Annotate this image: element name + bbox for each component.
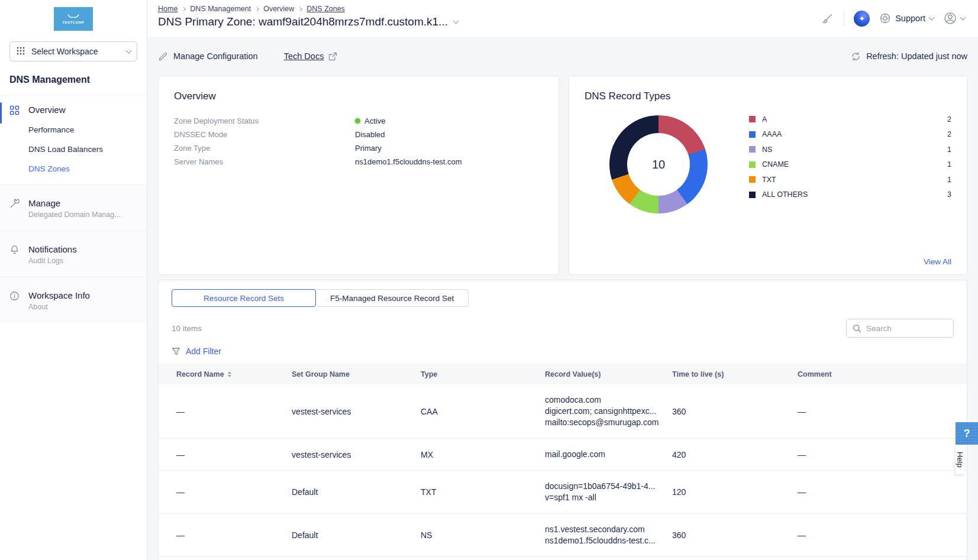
chart-title: DNS Record Types — [585, 90, 951, 102]
sidebar-section-manage: Manage Delegated Domain Manag... — [0, 184, 147, 231]
sidebar-item-subtitle[interactable]: Audit Logs — [28, 257, 77, 265]
cell-ttl: 360 — [672, 407, 798, 416]
sidebar-item-workspace-info[interactable]: Workspace Info About — [0, 284, 147, 316]
wings-icon — [67, 14, 79, 20]
column-record-name[interactable]: Record Name — [176, 370, 224, 378]
refresh-button[interactable]: Refresh: Updated just now — [851, 51, 967, 61]
sidebar-section-notifications: Notifications Audit Logs — [0, 231, 147, 277]
tab-f5-managed-resource-record-set[interactable]: F5-Managed Resource Record Set — [316, 289, 469, 307]
legend-item[interactable]: ALL OTHERS3 — [749, 187, 951, 203]
table-row[interactable]: —DefaultAAAA4444:4444...360— — [159, 557, 967, 560]
manage-configuration-button[interactable]: Manage Configuration — [158, 51, 258, 61]
cell-comment: — — [798, 407, 967, 416]
main-content: Manage Configuration Tech Docs Refresh: … — [147, 37, 978, 560]
status-active-dot — [355, 118, 360, 124]
kv-label: Zone Type — [174, 144, 355, 153]
search-box[interactable] — [846, 319, 954, 338]
legend-item[interactable]: NS1 — [749, 142, 951, 157]
tab-resource-record-sets[interactable]: Resource Record Sets — [172, 289, 316, 307]
legend-label: A — [762, 115, 767, 124]
items-count: 10 items — [172, 324, 202, 333]
tech-docs-link[interactable]: Tech Docs — [284, 51, 324, 61]
workspace-selector-label: Select Workspace — [31, 47, 98, 56]
theme-brush-icon[interactable] — [821, 12, 834, 25]
breadcrumb-overview[interactable]: Overview — [263, 5, 294, 13]
sidebar-section-overview: Overview Performance DNS Load Balancers … — [0, 95, 147, 184]
breadcrumb-dns-zones[interactable]: DNS Zones — [306, 5, 345, 13]
record-set-tabs: Resource Record Sets F5-Managed Resource… — [172, 289, 967, 307]
breadcrumb-home[interactable]: Home — [158, 5, 177, 13]
help-tab[interactable]: Help — [956, 445, 964, 474]
legend-swatch — [749, 146, 756, 153]
sidebar-item-overview[interactable]: Overview — [0, 99, 147, 120]
wrench-icon — [9, 199, 20, 209]
sidebar: TESTCORP Select Workspace DNS Management… — [0, 0, 147, 560]
legend-count: 1 — [947, 160, 951, 169]
info-icon — [9, 291, 20, 301]
kv-label: Zone Deployment Status — [174, 116, 355, 125]
support-menu[interactable]: Support — [879, 12, 934, 24]
cell-type: CAA — [421, 407, 545, 416]
legend-label: NS — [762, 145, 772, 154]
table-row[interactable]: —DefaultTXTdocusign=1b0a6754-49b1-4...v=… — [159, 471, 967, 514]
sort-icon[interactable] — [228, 371, 231, 377]
table-row[interactable]: —vestest-servicesCAAcomodoca.comdigicert… — [159, 384, 967, 439]
kv-value: Active — [364, 116, 385, 125]
column-type: Type — [421, 370, 545, 378]
grid-dots-icon — [16, 46, 25, 57]
manage-configuration-label: Manage Configuration — [173, 51, 258, 61]
top-bar: Home DNS Management Overview DNS Zones D… — [147, 0, 978, 37]
kv-value: Primary — [355, 144, 382, 153]
workspace-selector[interactable]: Select Workspace — [9, 41, 137, 61]
funnel-icon — [172, 347, 180, 356]
help-question-button[interactable]: ? — [956, 422, 978, 445]
logo-text: TESTCORP — [62, 21, 84, 24]
sidebar-title: DNS Management — [0, 64, 147, 95]
sidebar-item-dns-zones[interactable]: DNS Zones — [0, 159, 147, 179]
chevron-right-icon — [255, 7, 259, 11]
legend-count: 1 — [947, 176, 951, 184]
cell-comment: — — [798, 487, 967, 497]
legend-item[interactable]: A2 — [749, 112, 951, 127]
legend-swatch — [749, 116, 756, 122]
breadcrumb-dns-management[interactable]: DNS Management — [190, 5, 251, 13]
view-all-link[interactable]: View All — [924, 257, 951, 266]
cell-type: MX — [421, 450, 545, 459]
sidebar-item-dns-load-balancers[interactable]: DNS Load Balancers — [0, 140, 147, 159]
cell-record-name: — — [176, 487, 292, 497]
legend-swatch — [749, 161, 756, 168]
title-chevron-down-icon[interactable] — [453, 18, 459, 24]
cell-set-group-name: vestest-services — [292, 407, 421, 416]
avatar-icon — [943, 11, 957, 25]
kv-value: Disabled — [355, 130, 385, 139]
support-icon — [879, 12, 891, 24]
tech-docs-label: Tech Docs — [284, 51, 324, 61]
donut-chart: 10 — [609, 115, 708, 213]
search-input[interactable] — [866, 324, 947, 333]
legend-label: ALL OTHERS — [762, 190, 808, 199]
refresh-label: Refresh: Updated just now — [866, 51, 967, 61]
sidebar-item-subtitle[interactable]: Delegated Domain Manag... — [28, 211, 121, 219]
add-filter-button[interactable]: Add Filter — [172, 347, 954, 356]
legend-label: TXT — [762, 176, 776, 184]
kv-value: ns1demo1.f5clouddns-test.com — [355, 157, 462, 166]
table-row[interactable]: —vestest-servicesMXmail.google.com420— — [159, 439, 967, 471]
sidebar-item-subtitle[interactable]: About — [28, 303, 90, 311]
breadcrumb-title-block: Home DNS Management Overview DNS Zones D… — [147, 0, 821, 37]
table-row[interactable]: —DefaultNSns1.vestest.secondary.comns1de… — [159, 514, 967, 557]
legend-count: 2 — [947, 130, 951, 138]
chevron-right-icon — [182, 7, 186, 11]
cell-record-values: docusign=1b0a6754-49b1-4...v=spf1 mx -al… — [545, 481, 672, 503]
account-menu[interactable] — [943, 11, 965, 25]
sidebar-item-notifications[interactable]: Notifications Audit Logs — [0, 238, 147, 270]
legend-item[interactable]: AAAA2 — [749, 127, 951, 143]
add-filter-label: Add Filter — [186, 347, 221, 356]
sidebar-item-manage[interactable]: Manage Delegated Domain Manag... — [0, 192, 147, 224]
sidebar-item-performance[interactable]: Performance — [0, 120, 147, 140]
legend-swatch — [749, 192, 756, 198]
legend-item[interactable]: TXT1 — [749, 172, 951, 187]
legend-label: CNAME — [762, 160, 789, 169]
legend-label: AAAA — [762, 130, 782, 138]
legend-item[interactable]: CNAME1 — [749, 157, 951, 173]
ai-assistant-button[interactable]: ✦ — [854, 11, 870, 27]
